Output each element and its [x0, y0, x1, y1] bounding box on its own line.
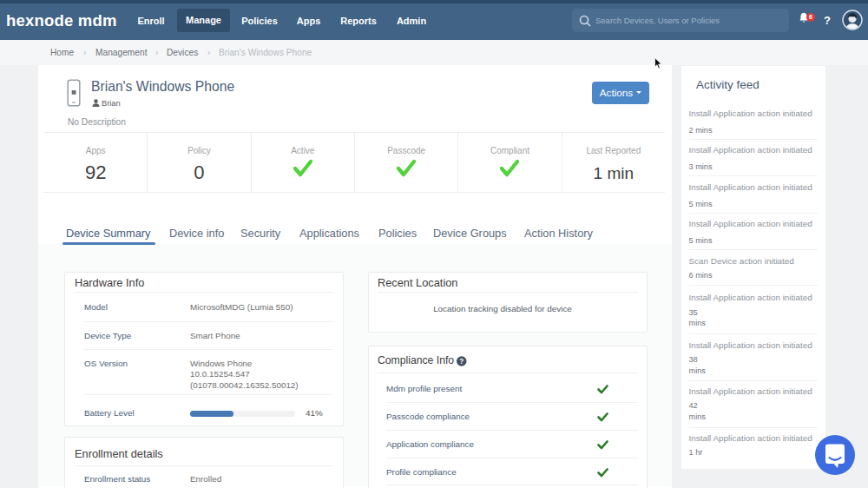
- svg-text:?: ?: [459, 358, 464, 366]
